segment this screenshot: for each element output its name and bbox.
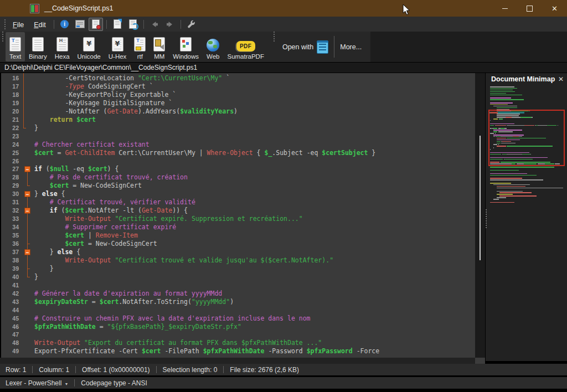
line-number: 17 [1, 82, 19, 91]
close-icon: ✕ [551, 4, 558, 13]
view-mode-mm[interactable]: MM [150, 32, 169, 61]
code-line-37: 37 } else { [1, 248, 475, 256]
minimize-icon [502, 8, 508, 9]
pin-document-button[interactable] [89, 18, 103, 31]
more-button[interactable]: More... [340, 32, 367, 62]
toolbar-grip[interactable] [4, 19, 6, 29]
minimap-code-row [490, 170, 519, 171]
line-number: 45 [1, 314, 19, 323]
document-flag-icon [114, 19, 121, 29]
code-line-47: 47 [1, 331, 475, 339]
fold-collapse-marker-line-37[interactable]: − [24, 249, 30, 255]
minimap-code-row [490, 91, 515, 92]
minimap-close-icon[interactable]: ✕ [558, 75, 564, 83]
code-line-43: 43$expiryDateStr = $cert.NotAfter.ToStri… [1, 298, 475, 306]
view-mode-sumatrapdf[interactable]: PDFSumatraPDF [223, 32, 267, 61]
document-refresh-icon [129, 19, 137, 29]
menu-file[interactable]: File [8, 19, 29, 31]
code-line-38: 38 Write-Output "Certificat trouvé et va… [1, 256, 475, 265]
minimap-viewport[interactable] [488, 110, 565, 167]
minimap-code-row [490, 93, 506, 94]
view-mode-binary[interactable]: Binary [25, 32, 51, 61]
code-line-34: 34 # Supprimer certificat expiré [1, 223, 475, 231]
notepad-icon [317, 40, 328, 54]
wrench-icon [187, 20, 196, 29]
view-mode-text[interactable]: TText [6, 32, 25, 61]
line-number: 21 [1, 116, 19, 124]
fold-collapse-marker-line-32[interactable]: − [24, 208, 30, 214]
code-line-24: 24# Chercher certificat existant [1, 141, 475, 149]
info-icon: i [60, 20, 69, 28]
minimap-code-row [497, 186, 525, 187]
code-line-31: 31 # Certificat trouvé, vérifier validit… [1, 198, 475, 207]
lexer-dropdown[interactable]: Lexer - PowerShell▼ [4, 379, 69, 387]
code-line-35: 35 $cert | Remove-Item [1, 231, 475, 240]
line-number: 31 [1, 198, 19, 207]
line-number: 22 [1, 124, 19, 132]
code-editor[interactable]: 16 -CertStoreLocation "Cert:\CurrentUser… [1, 73, 475, 358]
view-mode-windows[interactable]: Windows [169, 32, 203, 61]
code-line-32: 32 if ($cert.NotAfter -lt (Get-Date)) { [1, 207, 475, 215]
maximize-button[interactable] [517, 0, 542, 17]
code-line-48: 48Write-Output "Export du certificat au … [1, 339, 475, 347]
panel-splitter-grip[interactable] [486, 209, 487, 228]
file-path-bar: D:\Delphi\Delphi CE\FileVoyager\Common\_… [0, 63, 567, 73]
minimap-code-row [490, 90, 513, 91]
forward-button[interactable] [163, 18, 177, 31]
back-button[interactable] [147, 18, 162, 31]
minimap-code-row [490, 167, 554, 168]
line-number: 43 [1, 298, 19, 306]
line-number: 18 [1, 91, 19, 99]
maximize-icon [527, 6, 533, 12]
minimize-button[interactable] [492, 0, 517, 17]
line-number: 41 [1, 281, 19, 290]
fold-collapse-marker-line-27[interactable]: − [24, 166, 30, 172]
minimap-code-row [497, 194, 513, 195]
code-line-49: 49Export-PfxCertificate -Cert $cert -Fil… [1, 347, 475, 355]
fold-guide-corner [27, 185, 30, 186]
line-number: 20 [1, 107, 19, 116]
line-number: 28 [1, 173, 19, 182]
fold-collapse-marker-line-30[interactable]: − [24, 191, 30, 197]
view-mode-web[interactable]: Web [203, 32, 223, 61]
vertical-scrollbar[interactable] [475, 73, 485, 358]
reload-document-button[interactable] [126, 18, 140, 31]
status-row: Row: 1 [4, 366, 27, 374]
settings-button[interactable] [184, 18, 199, 31]
minimap-code-row [490, 202, 514, 203]
code-line-16: 16 -CertStoreLocation "Cert:\CurrentUser… [1, 74, 475, 82]
properties-button[interactable] [73, 18, 87, 31]
info-button[interactable]: i [58, 18, 72, 31]
forward-arrow-icon [166, 20, 174, 29]
open-with-button[interactable] [317, 32, 328, 62]
code-line-18: 18 -KeyExportPolicy Exportable ` [1, 91, 475, 99]
line-number: 19 [1, 99, 19, 107]
code-line-19: 19 -KeyUsage DigitalSignature ` [1, 99, 475, 107]
separator [181, 20, 181, 29]
view-mode-rtf[interactable]: Trtf [130, 32, 150, 61]
view-mode-unicode[interactable]: ¥Unicode [74, 32, 105, 61]
toolbar-grip[interactable] [2, 32, 3, 42]
minimap-code-row [490, 104, 508, 105]
status-codepage: Codepage type - ANSI [80, 379, 148, 387]
line-number: 16 [1, 74, 19, 82]
line-number: 36 [1, 240, 19, 248]
minimap-code-row [490, 173, 527, 174]
separator [334, 36, 334, 58]
copy-document-button[interactable] [110, 18, 125, 31]
back-arrow-icon [150, 20, 159, 29]
status-selection-length: Selection length: 0 [162, 366, 219, 374]
minimap-code-row [490, 88, 517, 89]
status-bar-position: Row: 1 Column: 1 Offset: 1 (0x00000001) … [0, 364, 567, 375]
menu-edit[interactable]: Edit [29, 19, 51, 31]
status-bar-lexer: Lexer - PowerShell▼ Codepage type - ANSI [0, 377, 567, 389]
view-mode-u-hex[interactable]: ¥U-Hex [105, 32, 131, 61]
fold-guide-line [27, 255, 28, 269]
line-number: 24 [1, 141, 19, 149]
line-number: 26 [1, 157, 19, 166]
toolbar-grip[interactable] [274, 32, 275, 42]
scrollbar-thumb[interactable] [480, 136, 481, 260]
close-button[interactable]: ✕ [542, 0, 567, 17]
view-mode-hexa[interactable]: HHexa [51, 32, 74, 61]
menu-bar: FileEdit i [0, 17, 567, 32]
